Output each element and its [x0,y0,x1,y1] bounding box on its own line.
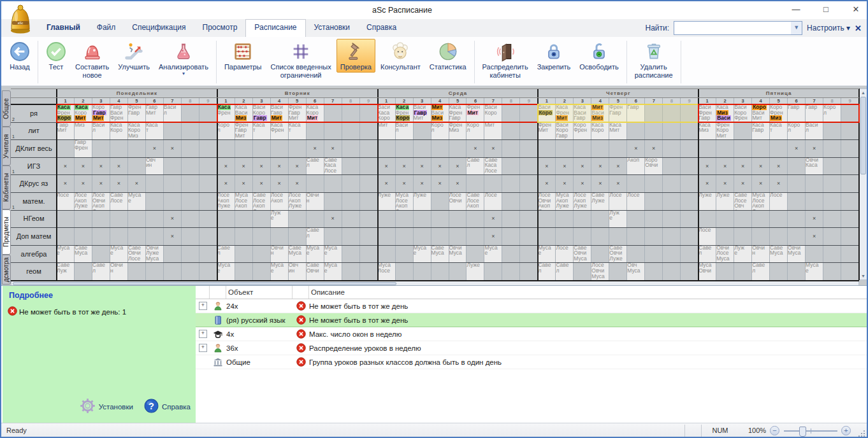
timetable-cell[interactable] [164,262,182,280]
timetable-cell[interactable]: ЛосеАкопЛуже [217,192,235,210]
vertical-scroll-thumb[interactable] [860,97,866,174]
period-header[interactable]: 9 [841,97,859,104]
vertical-scrollbar[interactable]: ▲▼ [859,88,867,280]
timetable-cell[interactable]: × [307,139,324,157]
toolbar-button-10[interactable]: Статистика [426,39,470,73]
timetable-cell[interactable] [199,245,217,263]
toolbar-button-9[interactable]: Консультант [377,39,424,73]
menu-item-4[interactable]: Просмотр [194,19,246,37]
timetable-cell[interactable]: КасаМизВаси [716,104,734,122]
timetable-cell[interactable] [663,157,681,175]
timetable-cell[interactable] [253,245,271,263]
timetable-cell[interactable] [360,174,378,192]
timetable-cell[interactable] [734,210,752,228]
menu-item-6[interactable]: Установки [306,19,358,37]
timetable-cell[interactable]: Савел [92,262,110,280]
issue-row-2[interactable]: (ря) русский языкНе может быть в тот же … [196,313,868,327]
timetable-cell[interactable] [770,262,788,280]
timetable-cell[interactable] [663,192,681,210]
menu-item-3[interactable]: Спецификация [124,19,194,37]
timetable-cell[interactable] [396,262,414,280]
timetable-cell[interactable] [324,227,342,245]
timetable-cell[interactable]: × [770,157,788,175]
timetable-cell[interactable] [182,192,199,210]
timetable-cell[interactable] [253,262,271,280]
timetable-cell[interactable]: ВасиКороФренМит [734,104,752,122]
period-header[interactable]: 2 [235,97,253,104]
period-header[interactable]: 5 [609,97,627,104]
timetable-cell[interactable]: СавеОвчи [307,262,324,280]
timetable-cell[interactable] [645,192,663,210]
timetable-cell[interactable] [92,245,110,263]
timetable-cell[interactable]: × [449,157,467,175]
chevron-down-icon[interactable]: ▾ [182,71,185,76]
timetable-cell[interactable]: КасаФренГавр [449,104,467,122]
timetable-cell[interactable] [627,122,645,140]
timetable-cell[interactable] [146,262,164,280]
timetable-cell[interactable]: МусаЛосеАкопЛуж [396,192,414,210]
menu-item-2[interactable]: Файл [89,19,124,37]
timetable-cell[interactable] [788,262,806,280]
timetable-cell[interactable] [574,210,591,228]
toolbar-button-3[interactable]: Составить новое [71,39,113,80]
timetable-cell[interactable]: ОвчиМуса [449,245,467,263]
timetable-cell[interactable] [396,245,414,263]
timetable-cell[interactable]: Савел [698,245,716,263]
timetable-cell[interactable] [823,174,841,192]
timetable-cell[interactable] [823,139,841,157]
expand-icon[interactable]: + [199,330,207,338]
timetable-cell[interactable]: × [806,227,823,245]
timetable-cell[interactable]: КасаКороМит [307,104,324,122]
timetable-cell[interactable] [716,227,734,245]
timetable-cell[interactable]: × [75,157,92,175]
period-header[interactable]: 4 [431,97,449,104]
timetable-cell[interactable]: СавеМуса [431,245,449,263]
timetable-cell[interactable] [520,157,538,175]
timetable-cell[interactable] [556,139,574,157]
timetable-cell[interactable] [734,227,752,245]
timetable-cell[interactable]: Лосе [627,192,645,210]
period-header[interactable]: 5 [449,97,467,104]
timetable-cell[interactable] [92,139,110,157]
timetable-cell[interactable]: КороГаврМит [92,104,110,122]
timetable-cell[interactable] [788,227,806,245]
timetable-cell[interactable] [681,262,698,280]
timetable-cell[interactable] [752,210,770,228]
timetable-cell[interactable]: Васил [164,104,182,122]
timetable-cell[interactable]: Гавр [788,104,806,122]
timetable-cell[interactable] [681,157,698,175]
timetable-cell[interactable] [502,139,520,157]
timetable-cell[interactable]: × [627,139,645,157]
timetable-cell[interactable] [57,227,75,245]
timetable-cell[interactable] [681,104,698,122]
timetable-cell[interactable]: ЛосеАкопЛуже [75,192,92,210]
timetable-cell[interactable] [502,210,520,228]
timetable-cell[interactable] [788,192,806,210]
timetable-cell[interactable] [841,122,859,140]
timetable-cell[interactable] [182,227,199,245]
timetable-cell[interactable] [574,139,591,157]
sidebar-tab-3[interactable]: Кабинеты [2,166,11,209]
timetable-cell[interactable] [128,157,146,175]
timetable-cell[interactable] [841,192,859,210]
period-header[interactable]: 3 [253,97,271,104]
timetable-cell[interactable]: × [289,174,307,192]
timetable-cell[interactable] [681,122,698,140]
timetable-cell[interactable]: КасаФренКороМит [396,104,414,122]
period-header[interactable]: 4 [752,97,770,104]
issue-row-1[interactable]: +24xНе может быть в тот же день [196,299,868,313]
timetable-cell[interactable]: × [378,174,396,192]
timetable-cell[interactable] [360,245,378,263]
timetable-cell[interactable] [716,262,734,280]
timetable-cell[interactable] [342,157,360,175]
timetable-cell[interactable]: Мусае [538,245,556,263]
timetable-cell[interactable] [520,139,538,157]
zoom-out-button[interactable]: − [770,426,779,435]
timetable-cell[interactable] [414,122,431,140]
timetable-cell[interactable] [110,139,128,157]
timetable-cell[interactable] [360,227,378,245]
timetable-cell[interactable]: × [716,157,734,175]
timetable-cell[interactable]: ЛосеАкопЛуже [574,192,591,210]
timetable-cell[interactable]: Мусае [324,262,342,280]
timetable-cell[interactable] [235,210,253,228]
